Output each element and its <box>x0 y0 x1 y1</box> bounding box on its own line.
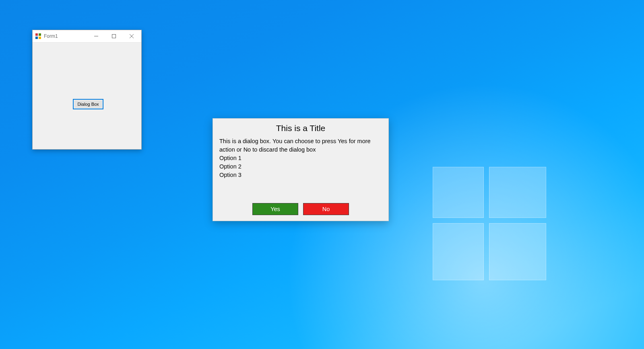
yes-button[interactable]: Yes <box>252 203 298 215</box>
form1-titlebar[interactable]: Form1 <box>33 30 141 43</box>
message-dialog: This is a Title This is a dialog box. Yo… <box>213 118 389 221</box>
svg-rect-0 <box>35 33 38 36</box>
dialog-title: This is a Title <box>213 123 388 133</box>
dialog-message: This is a dialog box. You can choose to … <box>219 137 382 154</box>
no-button[interactable]: No <box>303 203 349 215</box>
maximize-button[interactable] <box>105 30 123 42</box>
svg-rect-2 <box>35 37 38 39</box>
form1-window: Form1 Dialog Box <box>32 30 142 150</box>
form1-client-area: Dialog Box <box>33 43 141 150</box>
dialog-button-row: Yes No <box>213 203 388 215</box>
desktop-wallpaper: Form1 Dialog Box This is a Title This is… <box>0 0 644 349</box>
dialog-option-1: Option 1 <box>219 154 382 162</box>
svg-rect-1 <box>39 33 41 36</box>
dialog-option-3: Option 3 <box>219 171 382 179</box>
minimize-button[interactable] <box>87 30 105 42</box>
windows-logo <box>433 167 545 279</box>
app-icon <box>35 33 41 39</box>
svg-rect-5 <box>112 35 116 38</box>
dialog-box-button[interactable]: Dialog Box <box>73 99 103 109</box>
dialog-option-2: Option 2 <box>219 162 382 171</box>
form1-title: Form1 <box>44 33 87 39</box>
svg-rect-3 <box>39 37 41 39</box>
dialog-body: This is a dialog box. You can choose to … <box>219 137 382 179</box>
close-button[interactable] <box>123 30 140 42</box>
